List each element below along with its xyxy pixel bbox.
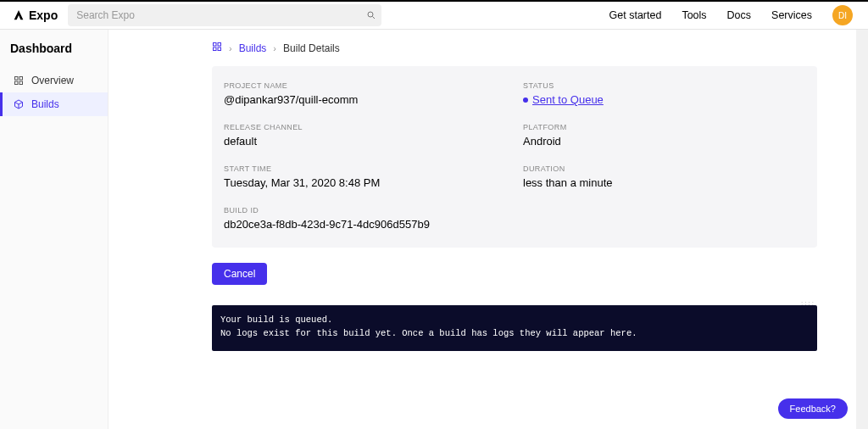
field-duration: DURATION less than a minute	[523, 164, 805, 189]
sidebar-item-builds[interactable]: Builds	[0, 92, 108, 116]
nav-tools[interactable]: Tools	[682, 9, 706, 21]
sidebar: Dashboard Overview Builds	[0, 30, 108, 429]
main-content: › Builds › Build Details PROJECT NAME @d…	[108, 30, 868, 429]
value-platform: Android	[523, 135, 805, 148]
value-start-time: Tuesday, Mar 31, 2020 8:48 PM	[224, 176, 506, 189]
label-project-name: PROJECT NAME	[224, 81, 506, 90]
value-build-id: db20ce3a-f8db-423d-9c71-4dc906d557b9	[224, 218, 805, 231]
expo-logo-icon	[12, 8, 25, 22]
svg-rect-10	[218, 47, 221, 51]
field-status: STATUS Sent to Queue	[523, 81, 805, 106]
header-nav: Get started Tools Docs Services DI	[609, 5, 860, 25]
log-line: No logs exist for this build yet. Once a…	[220, 328, 637, 338]
avatar[interactable]: DI	[832, 5, 853, 25]
log-section: :::: Your build is queued. No logs exist…	[212, 300, 817, 351]
sidebar-item-label: Overview	[31, 75, 74, 86]
search-input[interactable]	[68, 4, 381, 26]
value-duration: less than a minute	[523, 176, 805, 189]
field-platform: PLATFORM Android	[523, 123, 805, 148]
cancel-button[interactable]: Cancel	[212, 263, 267, 285]
logo[interactable]: Expo	[8, 8, 58, 22]
sidebar-title: Dashboard	[0, 42, 108, 55]
label-release-channel: RELEASE CHANNEL	[224, 123, 506, 131]
search-box	[68, 4, 381, 26]
nav-docs[interactable]: Docs	[727, 9, 751, 21]
label-duration: DURATION	[523, 164, 805, 173]
breadcrumb: › Builds › Build Details	[212, 42, 817, 54]
label-start-time: START TIME	[224, 164, 506, 173]
build-log: Your build is queued. No logs exist for …	[212, 305, 817, 351]
logo-text: Expo	[29, 8, 58, 22]
nav-get-started[interactable]: Get started	[609, 9, 662, 21]
label-platform: PLATFORM	[523, 123, 805, 131]
svg-rect-8	[218, 43, 221, 47]
value-release-channel: default	[224, 135, 506, 148]
grid-icon	[13, 75, 25, 86]
svg-line-1	[373, 17, 376, 20]
label-build-id: BUILD ID	[224, 206, 805, 214]
status-dot-icon	[523, 98, 528, 103]
nav-services[interactable]: Services	[771, 9, 812, 21]
svg-rect-5	[19, 81, 23, 85]
field-release-channel: RELEASE CHANNEL default	[224, 123, 506, 148]
home-icon[interactable]	[212, 42, 222, 54]
svg-rect-3	[19, 77, 23, 81]
scrollbar[interactable]	[856, 30, 868, 429]
svg-point-0	[368, 12, 373, 17]
label-status: STATUS	[523, 81, 805, 90]
value-project-name: @dipankar937/quill-ecomm	[224, 93, 506, 106]
breadcrumb-builds[interactable]: Builds	[239, 42, 267, 54]
field-project-name: PROJECT NAME @dipankar937/quill-ecomm	[224, 81, 506, 106]
svg-rect-7	[214, 43, 217, 47]
feedback-button[interactable]: Feedback?	[778, 398, 848, 419]
log-line: Your build is queued.	[220, 315, 332, 325]
sidebar-item-label: Builds	[31, 98, 59, 110]
sidebar-item-overview[interactable]: Overview	[0, 69, 108, 92]
header: Expo Get started Tools Docs Services DI	[0, 2, 868, 30]
breadcrumb-current: Build Details	[283, 42, 340, 54]
svg-rect-9	[214, 47, 217, 51]
search-icon[interactable]	[366, 10, 376, 20]
build-info-card: PROJECT NAME @dipankar937/quill-ecomm ST…	[212, 66, 817, 248]
field-build-id: BUILD ID db20ce3a-f8db-423d-9c71-4dc906d…	[224, 206, 805, 231]
package-icon	[13, 98, 25, 110]
chevron-right-icon: ›	[229, 43, 232, 53]
field-start-time: START TIME Tuesday, Mar 31, 2020 8:48 PM	[224, 164, 506, 189]
svg-rect-2	[15, 77, 19, 81]
chevron-right-icon: ›	[273, 43, 276, 53]
svg-rect-4	[15, 81, 19, 85]
value-status[interactable]: Sent to Queue	[532, 93, 604, 106]
